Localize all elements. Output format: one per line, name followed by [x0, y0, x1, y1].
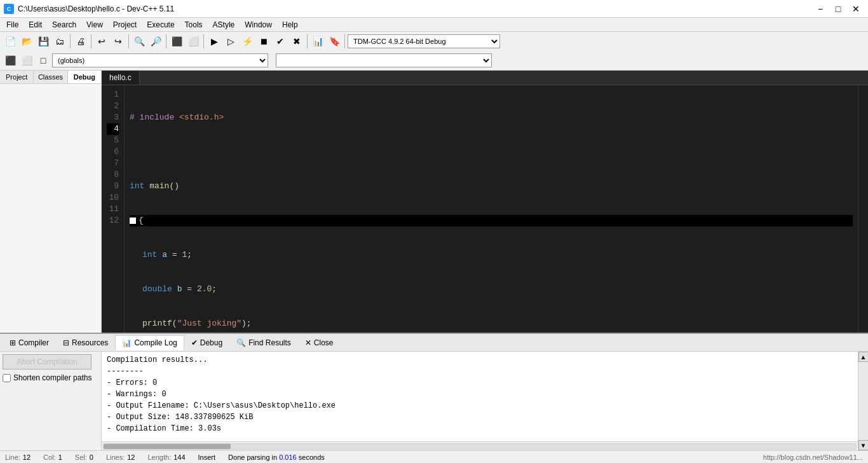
unindent-button[interactable]: ⬜	[186, 34, 201, 49]
sel-value: 0	[90, 453, 93, 461]
status-mode: Insert	[198, 453, 216, 461]
bottom-tab-close[interactable]: ✕ Close	[298, 335, 341, 350]
menu-item-project[interactable]: Project	[108, 19, 142, 31]
minimize-button[interactable]: −	[812, 3, 829, 15]
scope-dropdown[interactable]	[276, 53, 492, 67]
title-bar: C C:\Users\asus\Desktop\hello.c - Dev-C+…	[0, 0, 868, 18]
menu-item-edit[interactable]: Edit	[24, 19, 47, 31]
menu-item-window[interactable]: Window	[240, 19, 277, 31]
menu-bar: FileEditSearchViewProjectExecuteToolsASt…	[0, 18, 868, 32]
toolbar-sep1	[70, 34, 71, 48]
scroll-down-button[interactable]: ▼	[858, 440, 869, 450]
lines-value: 12	[127, 453, 135, 461]
editor-area: hello.c 1 2 3 4 5 6 7 8 9 10 11 12 # inc…	[102, 71, 868, 333]
compiler-tab-label: Compiler	[18, 338, 49, 347]
debug-tab-label: Debug	[200, 338, 222, 347]
menu-item-search[interactable]: Search	[47, 19, 81, 31]
shorten-compiler-paths-label[interactable]: Shorten compiler paths	[3, 373, 98, 382]
close-panel-icon: ✕	[305, 338, 311, 347]
sidebar-tab-debug[interactable]: Debug	[68, 71, 101, 83]
compile-run-button[interactable]: ▶	[207, 34, 222, 49]
lines-label: Lines:	[106, 453, 125, 461]
editor-tab-hello[interactable]: hello.c	[102, 71, 140, 85]
profile-button[interactable]: 📊	[310, 34, 325, 49]
status-length: Length: 144	[148, 453, 186, 461]
menu-item-view[interactable]: View	[81, 19, 108, 31]
vertical-scrollbar-right[interactable]: ▲ ▼	[858, 352, 868, 450]
menu-item-help[interactable]: Help	[277, 19, 303, 31]
code-line-6: double b = 2.0;	[130, 284, 853, 295]
scroll-up-button[interactable]: ▲	[858, 352, 869, 362]
bottom-tab-compile-log[interactable]: 📊 Compile Log	[115, 335, 184, 350]
code-line-2	[130, 146, 853, 158]
toolbar-sep6	[307, 34, 308, 48]
bottom-tab-compiler[interactable]: ⊞ Compiler	[3, 335, 56, 350]
bottom-left-panel: Abort Compilation Shorten compiler paths	[0, 352, 102, 450]
bottom-tab-find-results[interactable]: 🔍 Find Results	[229, 335, 298, 350]
output-line: Compilation results...	[107, 354, 853, 366]
compiler-select[interactable]: TDM-GCC 4.9.2 64-bit Debug	[348, 34, 500, 48]
menu-item-tools[interactable]: Tools	[180, 19, 208, 31]
status-col: Col: 1	[43, 453, 62, 461]
stop-button[interactable]: ⏹	[256, 34, 271, 49]
compile-button[interactable]: ⚡	[240, 34, 255, 49]
new-file-button[interactable]: 📄	[3, 34, 18, 49]
length-label: Length:	[148, 453, 172, 461]
editor-scrollbar[interactable]	[858, 85, 868, 333]
status-url: http://blog.csdn.net/Shadow11...	[763, 453, 863, 461]
code-line-5: int a = 1;	[130, 249, 853, 261]
debug-btn3[interactable]: □	[36, 53, 51, 68]
undo-button[interactable]: ↩	[94, 34, 109, 49]
check-button[interactable]: ✔	[273, 34, 288, 49]
save-all-button[interactable]: 🗂	[52, 34, 67, 49]
line-value: 12	[23, 453, 31, 461]
main-content: Project Classes Debug hello.c 1 2 3 4 5 …	[0, 71, 868, 333]
compiler-icon: ⊞	[10, 338, 16, 347]
shorten-paths-checkbox[interactable]	[3, 374, 11, 382]
menu-item-execute[interactable]: Execute	[142, 19, 179, 31]
debug-btn1[interactable]: ⬛	[3, 53, 18, 68]
indent-button[interactable]: ⬛	[169, 34, 184, 49]
replace-button[interactable]: 🔎	[148, 34, 163, 49]
sidebar-tab-classes[interactable]: Classes	[34, 71, 67, 83]
code-editor[interactable]: 1 2 3 4 5 6 7 8 9 10 11 12 # include <st…	[102, 85, 868, 333]
bottom-tab-resources[interactable]: ⊟ Resources	[56, 335, 115, 350]
status-info: Done parsing in 0.016 seconds	[228, 453, 325, 461]
run-button[interactable]: ▷	[223, 34, 238, 49]
find-results-icon: 🔍	[236, 338, 246, 347]
abort-compilation-button[interactable]: Abort Compilation	[3, 354, 92, 370]
hscroll-thumb[interactable]	[104, 444, 231, 449]
code-content[interactable]: # include <stdio.h> int main() { int a =…	[125, 85, 858, 333]
hscroll-track[interactable]	[103, 443, 857, 450]
vscroll-track[interactable]	[858, 362, 868, 440]
length-value: 144	[173, 453, 185, 461]
toolbar-main: 📄 📂 💾 🗂 🖨 ↩ ↪ 🔍 🔎 ⬛ ⬜ ▶ ▷ ⚡ ⏹ ✔ ✖ 📊 🔖 TD…	[0, 32, 868, 51]
bottom-tab-debug[interactable]: ✔ Debug	[184, 335, 229, 350]
horizontal-scrollbar[interactable]	[102, 441, 858, 450]
debug-btn2[interactable]: ⬜	[19, 53, 34, 68]
editor-tabs: hello.c	[102, 71, 868, 85]
compile-log-tab-label: Compile Log	[134, 338, 177, 347]
output-line: - Compilation Time: 3.03s	[107, 423, 853, 434]
bottom-right-panel: Compilation results...--------- Errors: …	[102, 352, 858, 450]
open-file-button[interactable]: 📂	[19, 34, 34, 49]
title-bar-left: C C:\Users\asus\Desktop\hello.c - Dev-C+…	[4, 4, 174, 14]
menu-item-file[interactable]: File	[1, 19, 24, 31]
app-icon: C	[4, 4, 14, 14]
line-label: Line:	[5, 453, 20, 461]
globals-dropdown[interactable]: (globals)	[52, 53, 268, 67]
menu-item-astyle[interactable]: AStyle	[208, 19, 240, 31]
bookmark-button[interactable]: 🔖	[327, 34, 342, 49]
sidebar-tab-project[interactable]: Project	[0, 71, 34, 83]
redo-button[interactable]: ↪	[111, 34, 126, 49]
find-results-tab-label: Find Results	[248, 338, 291, 347]
bottom-content: Abort Compilation Shorten compiler paths…	[0, 352, 868, 450]
col-value: 1	[58, 453, 62, 461]
error-button[interactable]: ✖	[289, 34, 304, 49]
maximize-button[interactable]: □	[830, 3, 846, 15]
find-button[interactable]: 🔍	[132, 34, 147, 49]
print-button[interactable]: 🖨	[73, 34, 88, 49]
close-button[interactable]: ✕	[848, 3, 864, 15]
sidebar: Project Classes Debug	[0, 71, 102, 333]
save-button[interactable]: 💾	[36, 34, 51, 49]
